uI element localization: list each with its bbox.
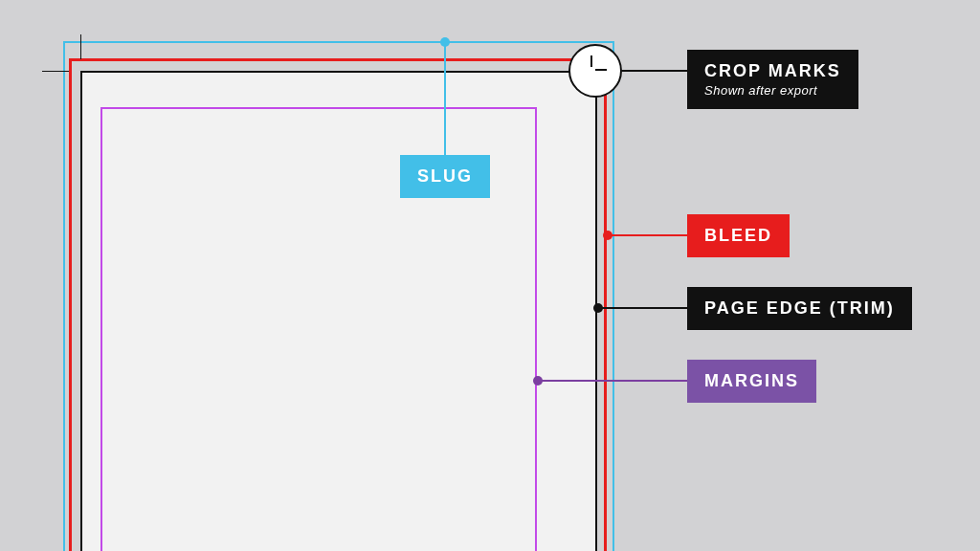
page-edge-label: PAGE EDGE (TRIM) (687, 287, 912, 330)
bleed-label: BLEED (687, 214, 790, 257)
crop-marks-sub: Shown after export (704, 83, 841, 98)
margins-label: MARGINS (687, 360, 816, 403)
page-edge-leader (598, 307, 687, 309)
slug-leader-line (444, 42, 446, 155)
crop-mark-tl-h (42, 71, 69, 72)
crop-marks-callout-circle (568, 44, 622, 98)
margins-leader (538, 380, 687, 382)
crop-marks-leader (620, 70, 687, 72)
print-layout-diagram: SLUG CROP MARKS Shown after export BLEED… (0, 0, 980, 551)
bleed-leader (608, 234, 687, 236)
crop-marks-label-text: CROP MARKS (704, 61, 841, 80)
crop-marks-icon (582, 55, 599, 73)
slug-label: SLUG (400, 155, 490, 198)
crop-marks-label: CROP MARKS Shown after export (687, 50, 858, 109)
crop-mark-tl-v (80, 34, 81, 59)
